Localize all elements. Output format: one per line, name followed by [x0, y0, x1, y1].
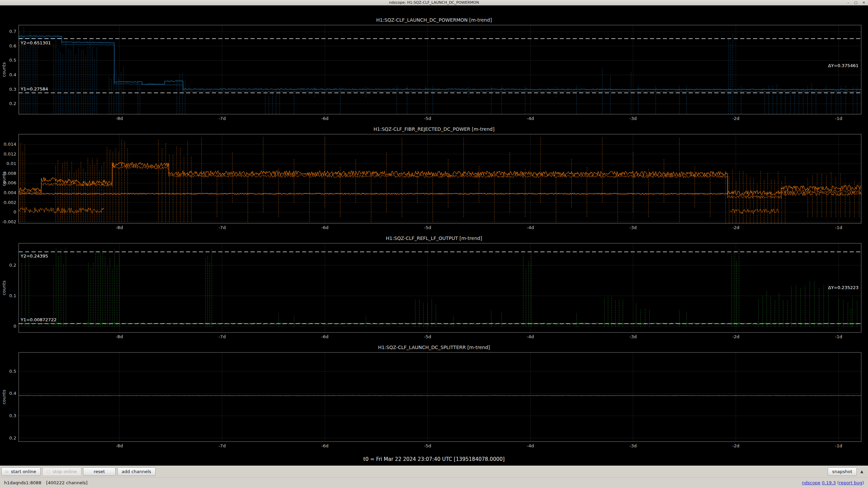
y-tick-label: 0: [14, 324, 16, 329]
x-tick-label: -4d: [527, 225, 534, 230]
cursor-y1-label: Y1=0.27584: [20, 86, 48, 92]
cursor-y2-label: Y2=0.651301: [20, 40, 51, 45]
plot-frame: [19, 243, 861, 332]
cursor-y2-label: Y2=0.24395: [20, 253, 48, 259]
x-tick-label: -6d: [321, 225, 328, 230]
close-icon[interactable]: ✕: [863, 0, 865, 5]
cursor-dy-label: ΔY=0.235223: [828, 285, 859, 290]
start-online-button[interactable]: ▷ start online: [1, 467, 41, 476]
x-tick-label: -1d: [835, 116, 842, 121]
snapshot-button[interactable]: snapshot: [828, 467, 856, 476]
x-tick-label: -4d: [527, 443, 534, 448]
about-links: ndscope 0.19.3 (report bug): [802, 480, 864, 485]
trace-max: [19, 162, 861, 196]
x-tick-label: -8d: [116, 116, 123, 121]
snapshot-menu-arrow-icon[interactable]: ▲: [861, 469, 863, 474]
y-tick-label: 0.3: [9, 413, 16, 418]
x-tick-label: -7d: [218, 116, 225, 121]
report-bug-link[interactable]: report bug: [839, 480, 862, 485]
stop-online-button[interactable]: □ stop online: [42, 467, 81, 476]
x-tick-label: -2d: [732, 116, 739, 121]
y-tick-label: 0.002: [4, 200, 16, 205]
trace-mean: [19, 395, 861, 396]
plot-title-refl-lf: H1:SQZ-CLF_REFL_LF_OUTPUT [m-trend]: [0, 234, 868, 243]
plot-canvas-splitterr[interactable]: 0.20.30.40.5counts-8d-7d-6d-5d-4d-3d-2d-…: [0, 352, 868, 451]
snapshot-label: snapshot: [832, 469, 852, 474]
y-axis-label: counts: [1, 390, 6, 405]
plot-canvas-powermon[interactable]: Y2=0.651301Y1=0.27584ΔY=0.3754610.20.30.…: [0, 24, 868, 123]
y-tick-label: 0.2: [9, 101, 16, 106]
y-tick-label: 0.2: [9, 263, 16, 268]
nds-server-label: h1daqnds1:8088: [4, 480, 41, 485]
y-tick-label: 0.3: [9, 87, 16, 92]
x-tick-label: -3d: [630, 334, 637, 339]
statusbar: h1daqnds1:8088 [400222 channels] ndscope…: [0, 477, 868, 488]
x-tick-label: -1d: [835, 443, 842, 448]
y-tick-label: 0.1: [9, 293, 16, 298]
reset-button[interactable]: reset: [83, 467, 116, 476]
x-tick-label: -7d: [218, 443, 225, 448]
window-titlebar: ndscope: H1:SQZ-CLF_LAUNCH_DC_POWERMON –…: [0, 0, 868, 5]
channel-count-label: [400222 channels]: [46, 480, 87, 485]
plot-title-fibr-rejected: H1:SQZ-CLF_FIBR_REJECTED_DC_POWER [m-tre…: [0, 125, 868, 134]
trace-mean: [19, 36, 861, 90]
start-online-label: start online: [11, 469, 36, 474]
x-tick-label: -8d: [116, 225, 123, 230]
x-tick-label: -6d: [321, 334, 328, 339]
stop-online-label: stop online: [53, 469, 77, 474]
y-axis-label: counts: [1, 62, 6, 77]
plot-canvas-refl-lf[interactable]: Y2=0.24395Y1=0.00872722ΔY=0.23522300.10.…: [0, 243, 868, 342]
y-tick-label: 0.6: [9, 43, 16, 48]
plot-title-powermon: H1:SQZ-CLF_LAUNCH_DC_POWERMON [m-trend]: [0, 16, 868, 24]
plot-panel-powermon: H1:SQZ-CLF_LAUNCH_DC_POWERMON [m-trend] …: [0, 16, 868, 123]
y-axis-label: counts: [1, 281, 6, 296]
plot-title-splitterr: H1:SQZ-CLF_LAUNCH_DC_SPLITTERR [m-trend]: [0, 343, 868, 352]
y-tick-label: 0.014: [4, 142, 16, 147]
t0-label: t0 = Fri Mar 22 2024 23:07:40 UTC [13951…: [0, 456, 868, 462]
play-icon: ▷: [6, 469, 8, 474]
x-tick-label: -2d: [732, 334, 739, 339]
plot-canvas-fibr-rejected[interactable]: -0.00200.0020.0040.0060.0080.010.0120.01…: [0, 134, 868, 232]
y-tick-label: 0.2: [9, 435, 16, 441]
x-tick-label: -8d: [116, 334, 123, 339]
x-tick-label: -3d: [630, 443, 637, 448]
plot-panel-refl-lf: H1:SQZ-CLF_REFL_LF_OUTPUT [m-trend] Y2=0…: [0, 234, 868, 342]
x-tick-label: -4d: [527, 116, 534, 121]
plot-panel-splitterr: H1:SQZ-CLF_LAUNCH_DC_SPLITTERR [m-trend]…: [0, 343, 868, 451]
x-tick-label: -8d: [116, 443, 123, 448]
y-tick-label: 0.004: [4, 190, 16, 195]
ndscope-link[interactable]: ndscope: [802, 480, 821, 485]
stop-icon: □: [47, 469, 50, 474]
toolbar: ▷ start online □ stop online reset add c…: [0, 466, 868, 477]
y-tick-label: 0.5: [9, 369, 16, 374]
x-tick-label: -1d: [835, 225, 842, 230]
x-tick-label: -7d: [218, 334, 225, 339]
x-tick-label: -5d: [424, 225, 431, 230]
bug-link-suffix: ): [862, 480, 864, 485]
plot-frame: [19, 134, 861, 223]
y-tick-label: 0.4: [9, 72, 16, 77]
maximize-icon[interactable]: □: [854, 0, 857, 5]
x-tick-label: -2d: [732, 225, 739, 230]
ndscope-window: { "window": { "title": "ndscope: H1:SQZ-…: [0, 0, 868, 488]
x-tick-label: -6d: [321, 116, 328, 121]
window-title: ndscope: H1:SQZ-CLF_LAUNCH_DC_POWERMON: [389, 0, 479, 5]
y-tick-label: 0.012: [4, 151, 16, 157]
minimize-icon[interactable]: –: [847, 0, 849, 5]
trace-zero-band-right: [730, 209, 779, 214]
x-tick-label: -5d: [424, 334, 431, 339]
add-channels-button[interactable]: add channels: [117, 467, 156, 476]
x-tick-label: -4d: [527, 334, 534, 339]
x-tick-label: -3d: [630, 225, 637, 230]
x-tick-label: -1d: [835, 334, 842, 339]
version-link[interactable]: 0.19.3: [822, 480, 836, 485]
reset-label: reset: [94, 469, 105, 474]
x-tick-label: -3d: [630, 116, 637, 121]
add-channels-label: add channels: [122, 469, 151, 474]
x-tick-label: -5d: [424, 116, 431, 121]
plot-frame: [19, 352, 861, 442]
y-tick-label: 0.7: [9, 29, 16, 34]
window-controls: – □ ✕: [847, 0, 865, 5]
x-tick-label: -7d: [218, 225, 225, 230]
plot-panel-fibr-rejected: H1:SQZ-CLF_FIBR_REJECTED_DC_POWER [m-tre…: [0, 125, 868, 232]
